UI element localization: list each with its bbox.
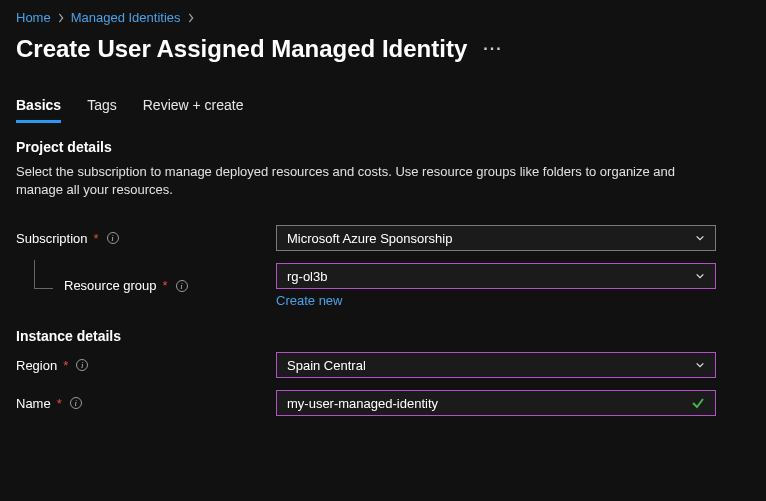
chevron-down-icon [695,271,705,281]
breadcrumb: Home Managed Identities [16,10,750,25]
chevron-down-icon [695,233,705,243]
name-row: Name * i [16,390,750,416]
resource-group-label: Resource group [64,278,157,293]
project-details-description: Select the subscription to manage deploy… [16,163,716,199]
info-icon[interactable]: i [176,280,188,292]
create-new-link[interactable]: Create new [276,293,342,308]
required-indicator: * [163,278,168,293]
region-label: Region [16,358,57,373]
info-icon[interactable]: i [76,359,88,371]
tab-basics[interactable]: Basics [16,91,61,123]
name-label: Name [16,396,51,411]
tab-tags[interactable]: Tags [87,91,117,123]
region-dropdown[interactable]: Spain Central [276,352,716,378]
subscription-label: Subscription [16,231,88,246]
breadcrumb-managed-identities[interactable]: Managed Identities [71,10,181,25]
name-input[interactable] [287,396,691,411]
subscription-dropdown[interactable]: Microsoft Azure Sponsorship [276,225,716,251]
name-input-wrapper [276,390,716,416]
more-actions-button[interactable]: ··· [479,40,506,58]
breadcrumb-home[interactable]: Home [16,10,51,25]
region-value: Spain Central [287,358,366,373]
project-details-heading: Project details [16,139,750,155]
info-icon[interactable]: i [70,397,82,409]
chevron-right-icon [57,13,65,23]
required-indicator: * [94,231,99,246]
checkmark-icon [691,396,705,410]
instance-details-heading: Instance details [16,328,750,344]
required-indicator: * [63,358,68,373]
page-title: Create User Assigned Managed Identity [16,35,467,63]
subscription-row: Subscription * i Microsoft Azure Sponsor… [16,225,750,251]
tab-review-create[interactable]: Review + create [143,91,244,123]
required-indicator: * [57,396,62,411]
resource-group-dropdown[interactable]: rg-ol3b [276,263,716,289]
info-icon[interactable]: i [107,232,119,244]
chevron-right-icon [187,13,195,23]
tabs: Basics Tags Review + create [16,91,750,123]
resource-group-row: Resource group * i rg-ol3b Create new [16,263,750,308]
chevron-down-icon [695,360,705,370]
region-row: Region * i Spain Central [16,352,750,378]
page-title-row: Create User Assigned Managed Identity ··… [16,35,750,63]
subscription-value: Microsoft Azure Sponsorship [287,231,452,246]
resource-group-value: rg-ol3b [287,269,327,284]
